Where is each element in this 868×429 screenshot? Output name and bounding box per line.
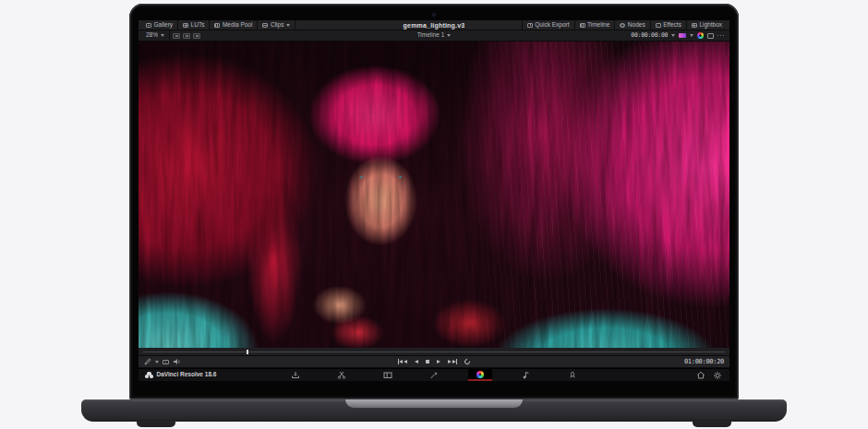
top-toolbar: Gallery LUTs Media Pool Clips — [139, 20, 729, 30]
viewer-scrubber[interactable] — [139, 348, 729, 356]
lightbox-label: Lightbox — [699, 22, 722, 29]
lid-notch — [345, 399, 523, 408]
fusion-page-icon — [429, 371, 439, 379]
page: Gallery LUTs Media Pool Clips — [0, 0, 868, 429]
transport-controls — [139, 359, 729, 364]
deliver-page-icon — [568, 371, 577, 379]
edit-page-icon — [383, 371, 392, 379]
timeline-icon — [580, 23, 585, 28]
laptop-foot-right — [693, 421, 731, 427]
media-pool-label: Media Pool — [223, 22, 253, 29]
play-button[interactable] — [437, 360, 440, 363]
toolbar-left-group: Gallery LUTs Media Pool Clips — [139, 20, 295, 30]
stop-button[interactable] — [426, 360, 430, 364]
scrubber-track — [143, 352, 725, 352]
skip-to-end-button[interactable] — [448, 359, 457, 364]
viewer-canvas[interactable] — [139, 42, 729, 348]
skip-to-start-button[interactable] — [398, 359, 407, 364]
webcam-icon — [432, 13, 436, 17]
cut-page-icon — [337, 371, 346, 379]
transport-bar: 01:00:00:20 — [139, 356, 729, 368]
tab-edit[interactable] — [376, 369, 400, 381]
davinci-resolve-window: Gallery LUTs Media Pool Clips — [139, 20, 729, 381]
effects-icon — [656, 23, 661, 28]
nodes-icon — [620, 23, 625, 28]
timeline-selector-label: Timeline 1 — [417, 32, 445, 39]
tab-media[interactable] — [283, 369, 307, 381]
chevron-down-icon — [447, 34, 451, 37]
luts-button[interactable]: LUTs — [178, 20, 210, 30]
quick-export-button[interactable]: Quick Export — [522, 20, 574, 30]
page-tabs — [139, 369, 729, 381]
effects-button[interactable]: Effects — [650, 20, 686, 30]
playhead-marker[interactable] — [247, 350, 248, 354]
timeline-selector[interactable]: Timeline 1 — [139, 32, 729, 39]
tab-fairlight[interactable] — [514, 369, 538, 381]
clips-label: Clips — [271, 22, 283, 29]
macbook-base — [81, 399, 787, 422]
clips-button[interactable]: Clips — [258, 20, 295, 30]
page-bar: DaVinci Resolve 18.6 — [139, 368, 729, 381]
media-pool-button[interactable]: Media Pool — [210, 20, 258, 30]
luts-label: LUTs — [191, 22, 205, 29]
gallery-button[interactable]: Gallery — [141, 20, 178, 30]
lightbox-button[interactable]: Lightbox — [686, 20, 727, 30]
effects-label: Effects — [663, 22, 681, 29]
tab-deliver[interactable] — [561, 369, 585, 381]
color-page-icon — [476, 371, 484, 378]
tab-cut[interactable] — [330, 369, 354, 381]
gallery-label: Gallery — [154, 22, 174, 29]
quick-export-label: Quick Export — [535, 22, 569, 29]
nodes-label: Nodes — [628, 22, 645, 29]
clips-icon — [262, 23, 268, 28]
luts-icon — [183, 23, 188, 28]
lightbox-icon — [692, 23, 697, 28]
tab-fusion[interactable] — [422, 369, 446, 381]
media-page-icon — [291, 371, 300, 379]
fairlight-page-icon — [522, 371, 531, 379]
macbook-screen: Gallery LUTs Media Pool Clips — [129, 4, 739, 399]
viewer-toolbar: 28% Timeline 1 00:00:00:00 — [139, 30, 729, 42]
chevron-down-icon — [286, 24, 290, 27]
laptop-foot-left — [137, 421, 175, 427]
quick-export-icon — [527, 23, 533, 28]
gallery-icon — [146, 23, 151, 28]
nodes-button[interactable]: Nodes — [614, 20, 649, 30]
media-pool-icon — [214, 23, 220, 28]
tab-color-active[interactable] — [468, 369, 492, 381]
timeline-label: Timeline — [587, 22, 609, 29]
project-title: gemma_lighting.v3 — [404, 22, 465, 29]
loop-playback-button[interactable] — [464, 358, 471, 365]
toolbar-right-group: Quick Export Timeline Nodes Effects — [522, 20, 729, 30]
timeline-button[interactable]: Timeline — [574, 20, 615, 30]
vignette-overlay — [139, 42, 729, 348]
play-reverse-button[interactable] — [415, 360, 418, 363]
